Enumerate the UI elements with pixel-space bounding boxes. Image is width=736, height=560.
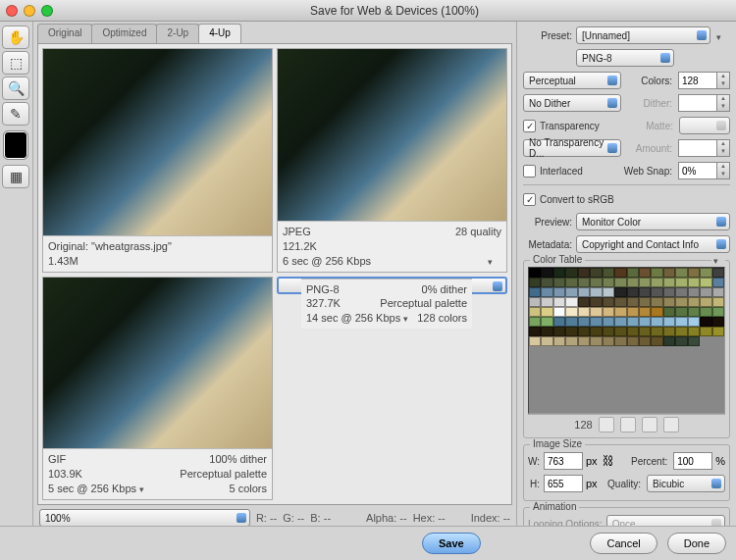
color-swatch[interactable] xyxy=(627,317,639,327)
color-swatch[interactable] xyxy=(614,278,626,287)
color-swatch[interactable] xyxy=(700,297,711,307)
color-swatch[interactable] xyxy=(651,278,662,287)
preview-color-select[interactable]: Monitor Color xyxy=(576,213,730,230)
color-swatch[interactable] xyxy=(712,268,724,278)
color-swatch[interactable] xyxy=(651,327,662,336)
color-swatch[interactable] xyxy=(688,336,700,346)
color-swatch[interactable] xyxy=(663,278,675,287)
color-swatch[interactable] xyxy=(700,268,711,278)
window-minimize-button[interactable] xyxy=(24,5,35,17)
color-swatch[interactable] xyxy=(529,317,541,327)
percent-input[interactable]: 100 xyxy=(673,452,712,470)
color-swatch[interactable] xyxy=(578,268,590,278)
color-swatch[interactable] xyxy=(541,307,552,317)
optimize-menu-icon[interactable] xyxy=(716,30,730,40)
ct-snap-icon[interactable] xyxy=(599,417,614,433)
ct-trash-icon[interactable] xyxy=(663,417,679,433)
websnap-stepper[interactable]: ▲▼ xyxy=(717,162,730,179)
preview-cell-gif[interactable]: GIF100% dither 103.9KPerceptual palette … xyxy=(42,277,273,501)
color-swatch[interactable] xyxy=(565,327,577,336)
quality-select[interactable]: Bicubic xyxy=(647,475,725,492)
color-swatch[interactable] xyxy=(639,327,651,336)
color-table[interactable] xyxy=(528,267,725,414)
preview-cell-jpeg[interactable]: JPEG28 quality 121.2K 6 sec @ 256 Kbps xyxy=(277,48,507,273)
color-swatch[interactable] xyxy=(553,287,565,297)
color-swatch[interactable] xyxy=(590,287,602,297)
color-swatch[interactable] xyxy=(675,278,687,287)
color-swatch[interactable] xyxy=(565,307,577,317)
color-swatch[interactable] xyxy=(627,278,639,287)
color-swatch[interactable] xyxy=(590,307,602,317)
color-swatch[interactable] xyxy=(529,307,541,317)
color-swatch[interactable] xyxy=(688,307,700,317)
color-swatch[interactable] xyxy=(700,287,711,297)
ct-new-icon[interactable] xyxy=(642,417,657,433)
color-swatch[interactable] xyxy=(700,278,711,287)
color-swatch[interactable] xyxy=(578,307,590,317)
color-swatch[interactable] xyxy=(541,278,552,287)
color-swatch[interactable] xyxy=(541,317,552,327)
color-swatch[interactable] xyxy=(603,278,614,287)
color-swatch[interactable] xyxy=(627,297,639,307)
color-swatch[interactable] xyxy=(578,297,590,307)
color-swatch[interactable] xyxy=(675,268,687,278)
height-input[interactable]: 655 xyxy=(544,475,583,492)
color-swatch[interactable] xyxy=(700,327,711,336)
color-swatch[interactable] xyxy=(578,327,590,336)
color-swatch[interactable] xyxy=(603,297,614,307)
color-swatch[interactable] xyxy=(614,287,626,297)
preview-cell-png8[interactable]: PNG-80% dither 327.7KPerceptual palette … xyxy=(277,277,507,294)
color-table-menu-icon[interactable] xyxy=(711,254,725,264)
window-close-button[interactable] xyxy=(6,5,18,17)
color-swatch[interactable] xyxy=(688,278,700,287)
color-swatch[interactable] xyxy=(700,317,711,327)
color-swatch[interactable] xyxy=(651,307,662,317)
trans-dither-select[interactable]: No Transparency D... xyxy=(523,139,621,157)
color-swatch[interactable] xyxy=(529,327,541,336)
color-swatch[interactable] xyxy=(639,307,651,317)
color-swatch[interactable] xyxy=(565,278,577,287)
color-swatch[interactable] xyxy=(675,336,687,346)
preview-menu-icon[interactable] xyxy=(488,254,501,264)
color-swatch[interactable] xyxy=(603,336,614,346)
tab-4up[interactable]: 4-Up xyxy=(198,24,241,43)
color-swatch[interactable] xyxy=(663,317,675,327)
color-swatch[interactable] xyxy=(688,268,700,278)
color-swatch[interactable] xyxy=(541,336,552,346)
color-swatch[interactable] xyxy=(663,336,675,346)
color-swatch[interactable] xyxy=(700,307,711,317)
color-swatch[interactable] xyxy=(663,268,675,278)
color-swatch[interactable] xyxy=(590,327,602,336)
color-swatch[interactable] xyxy=(688,327,700,336)
color-swatch[interactable] xyxy=(639,268,651,278)
tab-original[interactable]: Original xyxy=(37,24,92,43)
link-icon[interactable]: ⛓ xyxy=(603,454,614,468)
hand-tool[interactable]: ✋ xyxy=(2,25,29,49)
zoom-tool[interactable]: 🔍 xyxy=(2,76,29,100)
color-swatch[interactable] xyxy=(712,287,724,297)
color-swatch[interactable] xyxy=(553,268,565,278)
color-swatch[interactable] xyxy=(553,336,565,346)
foreground-swatch[interactable] xyxy=(4,131,27,159)
color-swatch[interactable] xyxy=(541,297,552,307)
color-swatch[interactable] xyxy=(553,278,565,287)
color-swatch[interactable] xyxy=(651,336,662,346)
color-swatch[interactable] xyxy=(603,287,614,297)
matte-select[interactable] xyxy=(679,117,730,134)
color-swatch[interactable] xyxy=(541,327,552,336)
color-swatch[interactable] xyxy=(590,336,602,346)
websnap-input[interactable]: 0% xyxy=(678,162,717,179)
color-swatch[interactable] xyxy=(663,327,675,336)
save-button[interactable]: Save xyxy=(422,533,481,554)
color-swatch[interactable] xyxy=(553,297,565,307)
color-reduction-select[interactable]: Perceptual xyxy=(523,72,621,89)
srgb-checkbox[interactable]: ✓ xyxy=(523,193,536,206)
tab-optimized[interactable]: Optimized xyxy=(91,24,157,43)
zoom-select[interactable]: 100% xyxy=(39,509,250,527)
color-swatch[interactable] xyxy=(663,287,675,297)
color-swatch[interactable] xyxy=(590,268,602,278)
color-swatch[interactable] xyxy=(529,336,541,346)
color-swatch[interactable] xyxy=(651,268,662,278)
color-swatch[interactable] xyxy=(675,287,687,297)
color-swatch[interactable] xyxy=(639,287,651,297)
